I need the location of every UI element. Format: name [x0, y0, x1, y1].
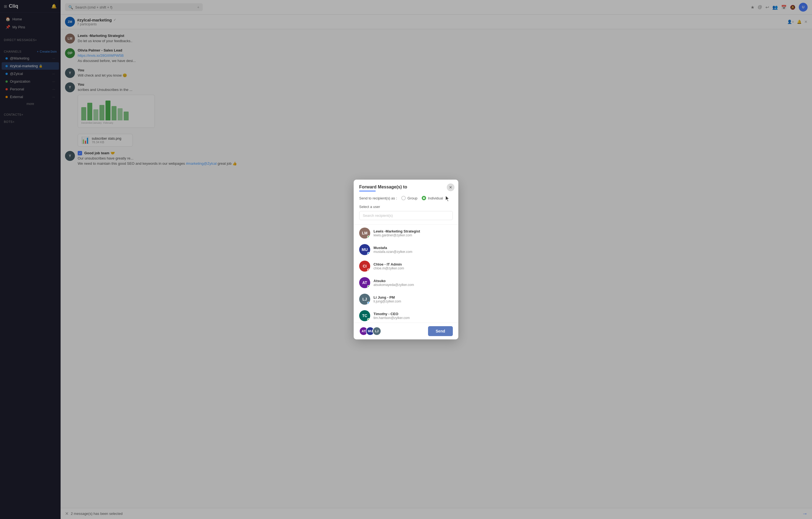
- user-avatar-lewis: LM: [359, 228, 370, 238]
- user-email: tim.harrison@zylker.com: [374, 316, 453, 320]
- user-avatar-timothy: TC: [359, 310, 370, 321]
- user-info-chloe: Chloe - IT Admin chloe.m@zylker.com: [374, 262, 453, 270]
- user-item-lewis[interactable]: LM Lewis -Marketing Strategist lewis.gar…: [354, 225, 458, 241]
- user-info-timothy: Timothy - CEO tim.harrison@zylker.com: [374, 312, 453, 320]
- user-avatar-chloe: CI: [359, 261, 370, 271]
- user-item-mustafa[interactable]: MU Mustafa mustafa.ozan@zylker.com: [354, 241, 458, 258]
- user-info-atsuko: Atsuko atsukomayeda@zylker.com: [374, 279, 453, 287]
- user-name: Chloe - IT Admin: [374, 262, 453, 266]
- user-item-lijung[interactable]: LJ Li Jung - PM li.jung@zylker.com: [354, 291, 458, 308]
- user-email: li.jung@zylker.com: [374, 299, 453, 303]
- user-info-lewis: Lewis -Marketing Strategist lewis.gardne…: [374, 229, 453, 237]
- modal-footer: AT MU LJ Send: [354, 323, 458, 339]
- user-avatar-mustafa: MU: [359, 244, 370, 255]
- modal-header: Forward Message(s) to ✕ Send to recipien…: [354, 180, 458, 225]
- user-name: Atsuko: [374, 279, 453, 283]
- user-name: Li Jung - PM: [374, 295, 453, 299]
- user-email: mustafa.ozan@zylker.com: [374, 250, 453, 254]
- search-recipients-input[interactable]: [359, 211, 453, 220]
- user-email: atsukomayeda@zylker.com: [374, 283, 453, 287]
- select-user-label: Select a user: [359, 205, 453, 209]
- group-radio-option[interactable]: Group: [401, 196, 417, 200]
- user-name: Mustafa: [374, 246, 453, 250]
- send-to-label: Send to recipient(s) as :: [359, 196, 397, 200]
- user-status-busy: [367, 268, 370, 271]
- modal-overlay[interactable]: Forward Message(s) to ✕ Send to recipien…: [0, 0, 812, 519]
- individual-radio-option[interactable]: Individual: [422, 196, 443, 200]
- forward-message-modal: Forward Message(s) to ✕ Send to recipien…: [354, 180, 458, 339]
- user-status-tablet: [367, 252, 370, 255]
- user-status-online: [367, 285, 370, 288]
- user-info-lijung: Li Jung - PM li.jung@zylker.com: [374, 295, 453, 303]
- user-item-chloe[interactable]: CI Chloe - IT Admin chloe.m@zylker.com: [354, 258, 458, 275]
- user-avatar-atsuko: AT: [359, 277, 370, 288]
- user-name: Timothy - CEO: [374, 312, 453, 316]
- user-list: LM Lewis -Marketing Strategist lewis.gar…: [354, 225, 458, 323]
- user-email: lewis.gardner@zylker.com: [374, 233, 453, 237]
- user-avatar-lijung: LJ: [359, 294, 370, 305]
- group-radio-button[interactable]: [401, 196, 406, 200]
- modal-close-button[interactable]: ✕: [447, 183, 455, 191]
- user-item-timothy[interactable]: TC Timothy - CEO tim.harrison@zylker.com: [354, 308, 458, 323]
- user-info-mustafa: Mustafa mustafa.ozan@zylker.com: [374, 246, 453, 254]
- group-label: Group: [407, 196, 417, 200]
- individual-label: Individual: [428, 196, 443, 200]
- selected-avatar-lijung: LJ: [372, 327, 381, 336]
- send-button[interactable]: Send: [428, 326, 453, 336]
- modal-title-underline: [359, 191, 376, 192]
- modal-title: Forward Message(s) to: [359, 184, 453, 190]
- selected-avatars: AT MU LJ: [359, 327, 379, 336]
- user-name: Lewis -Marketing Strategist: [374, 229, 453, 233]
- recipient-options: Send to recipient(s) as : Group Individu…: [359, 194, 453, 202]
- user-email: chloe.m@zylker.com: [374, 266, 453, 270]
- user-status-tablet: [367, 301, 370, 305]
- user-status-online: [367, 235, 370, 238]
- user-item-atsuko[interactable]: AT Atsuko atsukomayeda@zylker.com: [354, 275, 458, 291]
- cursor-icon: [445, 195, 451, 202]
- individual-radio-button[interactable]: [422, 196, 426, 200]
- user-status-online: [367, 318, 370, 321]
